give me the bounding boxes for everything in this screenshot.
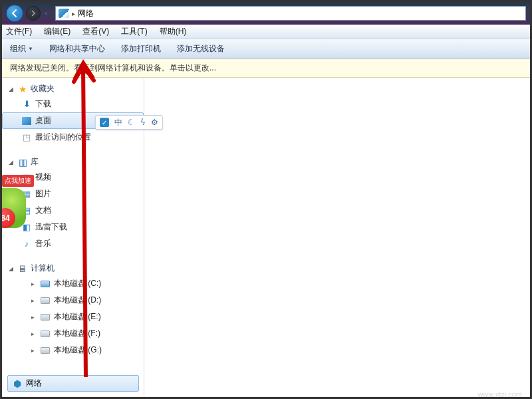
arrow-left-icon bbox=[10, 9, 19, 18]
drive-f-label: 本地磁盘 (F:) bbox=[54, 328, 100, 339]
forward-button[interactable] bbox=[26, 6, 41, 21]
computer-group: ◢ 🖥 计算机 ▸本地磁盘 (C:) ▸本地磁盘 (D:) ▸本地磁盘 (E:)… bbox=[2, 261, 144, 358]
collapse-icon: ◢ bbox=[7, 265, 15, 272]
organize-label: 组织 bbox=[10, 43, 26, 55]
add-printer-button[interactable]: 添加打印机 bbox=[121, 43, 161, 55]
sidebar-downloads[interactable]: ⬇ 下载 bbox=[2, 96, 144, 112]
recent-label: 最近访问的位置 bbox=[35, 132, 91, 143]
documents-label: 文档 bbox=[35, 205, 51, 216]
main-pane bbox=[144, 78, 530, 397]
collapse-icon: ◢ bbox=[7, 85, 15, 92]
drive-g-label: 本地磁盘 (G:) bbox=[54, 344, 102, 356]
menu-edit[interactable]: 编辑(E) bbox=[44, 26, 70, 37]
info-message: 网络发现已关闭。看不到网络计算机和设备。单击以更改... bbox=[10, 63, 216, 74]
address-bar[interactable]: ▸ 网络 bbox=[55, 6, 526, 21]
computer-label: 计算机 bbox=[31, 263, 55, 274]
drive-icon bbox=[40, 345, 51, 356]
sidebar-drive-c[interactable]: ▸本地磁盘 (C:) bbox=[2, 275, 144, 292]
sidebar-drive-e[interactable]: ▸本地磁盘 (E:) bbox=[2, 309, 144, 325]
music-icon: ♪ bbox=[21, 239, 32, 249]
xunlei-label: 迅雷下载 bbox=[35, 221, 67, 233]
command-bar: 组织▼ 网络和共享中心 添加打印机 添加无线设备 bbox=[2, 39, 530, 59]
computer-icon: 🖥 bbox=[17, 263, 28, 274]
info-bar[interactable]: 网络发现已关闭。看不到网络计算机和设备。单击以更改... bbox=[2, 59, 530, 78]
drive-d-label: 本地磁盘 (D:) bbox=[54, 295, 101, 306]
library-icon: ▥ bbox=[17, 157, 28, 168]
network-label: 网络 bbox=[26, 378, 42, 389]
sidebar-drive-g[interactable]: ▸本地磁盘 (G:) bbox=[2, 342, 144, 358]
sidebar-network[interactable]: ⬢ 网络 bbox=[7, 375, 139, 392]
desktop-label: 桌面 bbox=[35, 115, 51, 126]
promo-widget[interactable]: 点我加速 84 bbox=[2, 175, 34, 228]
sidebar-drive-f[interactable]: ▸本地磁盘 (F:) bbox=[2, 325, 144, 342]
history-dropdown[interactable]: ▼ bbox=[43, 11, 49, 17]
videos-label: 视频 bbox=[35, 172, 51, 183]
drive-c-label: 本地磁盘 (C:) bbox=[54, 278, 101, 289]
navigation-bar: ▼ ▸ 网络 bbox=[2, 2, 530, 25]
sidebar-drive-d[interactable]: ▸本地磁盘 (D:) bbox=[2, 292, 144, 309]
gear-icon[interactable]: ⚙ bbox=[151, 118, 158, 127]
libraries-label: 库 bbox=[31, 156, 39, 168]
favorites-group: ◢ ★ 收藏夹 ⬇ 下载 桌面 ◳ 最近访问的位置 bbox=[2, 82, 144, 146]
download-icon: ⬇ bbox=[21, 99, 32, 110]
promo-tag: 点我加速 bbox=[2, 175, 34, 187]
drive-icon bbox=[40, 295, 51, 306]
sidebar-music[interactable]: ♪音乐 bbox=[2, 235, 144, 252]
drive-e-label: 本地磁盘 (E:) bbox=[54, 311, 101, 323]
lightning-icon[interactable]: ϟ bbox=[140, 118, 146, 127]
promo-badge: 84 bbox=[0, 208, 15, 228]
drive-icon bbox=[40, 312, 51, 323]
content-area: ◢ ★ 收藏夹 ⬇ 下载 桌面 ◳ 最近访问的位置 ◢ ▥ 库 bbox=[2, 78, 530, 397]
arrow-right-icon bbox=[30, 10, 37, 17]
libraries-header[interactable]: ◢ ▥ 库 bbox=[2, 155, 144, 169]
desktop-icon bbox=[21, 116, 32, 126]
moon-icon[interactable]: ☾ bbox=[128, 118, 135, 127]
recent-icon: ◳ bbox=[21, 132, 32, 143]
music-label: 音乐 bbox=[35, 238, 51, 249]
pictures-label: 图片 bbox=[35, 188, 51, 200]
menu-bar: 文件(F) 编辑(E) 查看(V) 工具(T) 帮助(H) bbox=[2, 25, 530, 39]
back-button[interactable] bbox=[6, 5, 23, 22]
watermark-text: 系统之家 bbox=[474, 373, 522, 389]
expand-icon: ▸ bbox=[29, 330, 37, 337]
breadcrumb-chevron-icon: ▸ bbox=[72, 10, 75, 17]
address-text: 网络 bbox=[78, 8, 94, 19]
network-icon: ⬢ bbox=[12, 378, 23, 389]
add-wireless-button[interactable]: 添加无线设备 bbox=[177, 43, 225, 55]
watermark: 系统之家 bbox=[452, 373, 522, 389]
downloads-label: 下载 bbox=[35, 98, 51, 110]
house-icon bbox=[452, 373, 470, 389]
dropdown-icon: ▼ bbox=[28, 46, 33, 52]
expand-icon: ▸ bbox=[29, 313, 37, 321]
menu-file[interactable]: 文件(F) bbox=[6, 26, 32, 37]
ime-check-icon[interactable]: ✓ bbox=[100, 118, 109, 127]
promo-mascot-icon: 84 bbox=[2, 188, 26, 228]
favorites-label: 收藏夹 bbox=[31, 83, 55, 94]
drive-icon bbox=[40, 329, 51, 339]
network-sharing-center-button[interactable]: 网络和共享中心 bbox=[49, 43, 105, 55]
menu-view[interactable]: 查看(V) bbox=[82, 26, 109, 37]
watermark-url: www.xtzj.com bbox=[477, 390, 522, 398]
ime-toolbar[interactable]: ✓ 中 ☾ ϟ ⚙ bbox=[95, 115, 163, 130]
ime-mode-label[interactable]: 中 bbox=[114, 117, 122, 128]
star-icon: ★ bbox=[17, 84, 28, 94]
computer-header[interactable]: ◢ 🖥 计算机 bbox=[2, 261, 144, 275]
menu-help[interactable]: 帮助(H) bbox=[160, 26, 187, 37]
network-location-icon bbox=[59, 9, 69, 18]
expand-icon: ▸ bbox=[29, 297, 37, 304]
expand-icon: ▸ bbox=[29, 346, 37, 354]
expand-icon: ▸ bbox=[29, 280, 37, 287]
collapse-icon: ◢ bbox=[7, 158, 15, 166]
drive-icon bbox=[40, 279, 51, 289]
organize-button[interactable]: 组织▼ bbox=[10, 43, 33, 55]
menu-tools[interactable]: 工具(T) bbox=[121, 26, 147, 37]
sidebar-recent[interactable]: ◳ 最近访问的位置 bbox=[2, 129, 144, 146]
favorites-header[interactable]: ◢ ★ 收藏夹 bbox=[2, 82, 144, 96]
